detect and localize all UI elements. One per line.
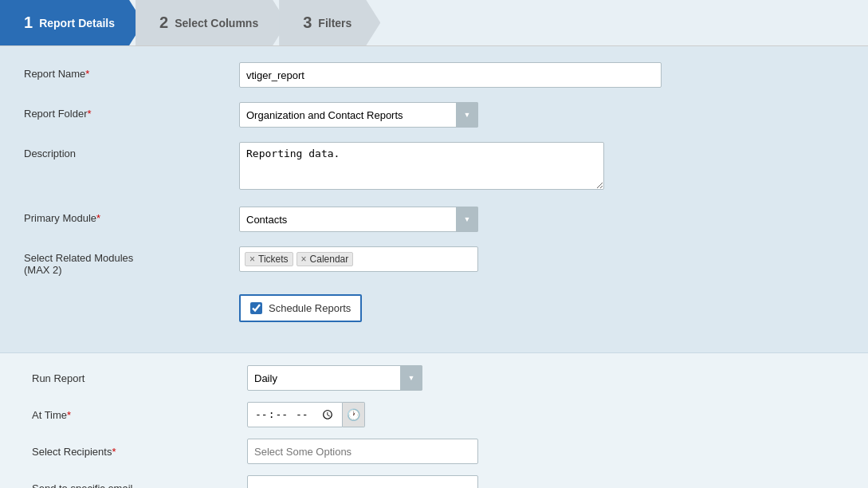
wizard-step-1[interactable]: 1 Report Details xyxy=(0,0,143,45)
report-folder-select[interactable]: Organization and Contact Reports xyxy=(239,102,478,128)
tag-tickets: × Tickets xyxy=(245,252,293,266)
remove-tickets-icon[interactable]: × xyxy=(249,254,255,264)
at-time-input[interactable] xyxy=(247,402,343,427)
related-modules-row: Select Related Modules (MAX 2) × Tickets… xyxy=(24,246,844,276)
step2-number: 2 xyxy=(159,14,168,32)
at-time-row: At Time* 🕐 xyxy=(32,402,844,427)
schedule-reports-row: Schedule Reports xyxy=(24,290,844,322)
required-marker3: * xyxy=(96,212,100,224)
tag-tickets-label: Tickets xyxy=(258,254,289,265)
send-email-field xyxy=(247,475,478,488)
time-input-wrapper: 🕐 xyxy=(247,402,365,427)
primary-module-select[interactable]: Contacts xyxy=(239,207,478,232)
run-report-field: Daily Weekly Monthly xyxy=(247,365,422,391)
description-textarea[interactable]: Reporting data. xyxy=(239,142,604,190)
remove-calendar-icon[interactable]: × xyxy=(301,254,307,264)
run-report-select[interactable]: Daily Weekly Monthly xyxy=(247,365,422,391)
schedule-sub-section: Run Report Daily Weekly Monthly At Time*… xyxy=(0,352,868,488)
report-folder-row: Report Folder* Organization and Contact … xyxy=(24,102,844,128)
related-modules-tags-input[interactable]: × Tickets × Calendar xyxy=(239,246,478,272)
send-email-row: Send to specific email xyxy=(32,475,844,488)
clock-icon: 🕐 xyxy=(343,402,365,427)
schedule-checkbox[interactable] xyxy=(250,302,262,314)
required-marker: * xyxy=(85,68,89,80)
report-name-field xyxy=(239,62,844,88)
main-content: Report Name* Report Folder* Organization… xyxy=(0,46,868,352)
recipients-input[interactable] xyxy=(247,439,478,464)
step1-number: 1 xyxy=(24,14,33,32)
primary-module-field: Contacts xyxy=(239,207,844,232)
report-name-input[interactable] xyxy=(239,62,662,88)
step1-label: Report Details xyxy=(39,17,115,30)
report-folder-select-wrapper: Organization and Contact Reports xyxy=(239,102,478,128)
related-modules-label: Select Related Modules (MAX 2) xyxy=(24,246,239,276)
run-report-select-wrapper: Daily Weekly Monthly xyxy=(247,365,422,391)
send-email-label: Send to specific email xyxy=(32,482,247,489)
description-field: Reporting data. xyxy=(239,142,844,192)
report-details-form: Report Name* Report Folder* Organization… xyxy=(24,62,844,322)
wizard-step-2[interactable]: 2 Select Columns xyxy=(136,0,287,45)
tag-calendar-label: Calendar xyxy=(310,254,349,265)
wizard-steps: 1 Report Details 2 Select Columns 3 Filt… xyxy=(0,0,868,46)
at-time-required: * xyxy=(67,409,71,421)
schedule-checkbox-wrapper: Schedule Reports xyxy=(239,290,844,322)
required-marker2: * xyxy=(87,108,91,120)
primary-module-select-wrapper: Contacts xyxy=(239,207,478,232)
step2-label: Select Columns xyxy=(175,17,258,30)
schedule-label-text: Schedule Reports xyxy=(269,302,351,314)
select-recipients-row: Select Recipients* xyxy=(32,439,844,464)
run-report-row: Run Report Daily Weekly Monthly xyxy=(32,365,844,391)
send-email-input[interactable] xyxy=(247,475,478,488)
at-time-field: 🕐 xyxy=(247,402,365,427)
description-row: Description Reporting data. xyxy=(24,142,844,192)
related-modules-field: × Tickets × Calendar xyxy=(239,246,844,272)
tag-calendar: × Calendar xyxy=(297,252,354,266)
description-label: Description xyxy=(24,142,239,159)
wizard-step-3[interactable]: 3 Filters xyxy=(279,0,380,45)
primary-module-row: Primary Module* Contacts xyxy=(24,207,844,232)
schedule-checkbox-label[interactable]: Schedule Reports xyxy=(250,302,351,314)
select-recipients-field xyxy=(247,439,478,464)
run-report-label: Run Report xyxy=(32,372,247,384)
select-recipients-label: Select Recipients* xyxy=(32,446,247,458)
report-folder-field: Organization and Contact Reports xyxy=(239,102,844,128)
schedule-placeholder-label xyxy=(24,290,239,296)
report-folder-label: Report Folder* xyxy=(24,102,239,120)
recipients-required: * xyxy=(112,446,116,458)
primary-module-label: Primary Module* xyxy=(24,207,239,224)
report-name-label: Report Name* xyxy=(24,62,239,80)
at-time-label: At Time* xyxy=(32,409,247,421)
report-name-row: Report Name* xyxy=(24,62,844,88)
step3-number: 3 xyxy=(303,14,312,32)
step3-label: Filters xyxy=(318,17,352,30)
schedule-section-box: Schedule Reports xyxy=(239,294,362,322)
